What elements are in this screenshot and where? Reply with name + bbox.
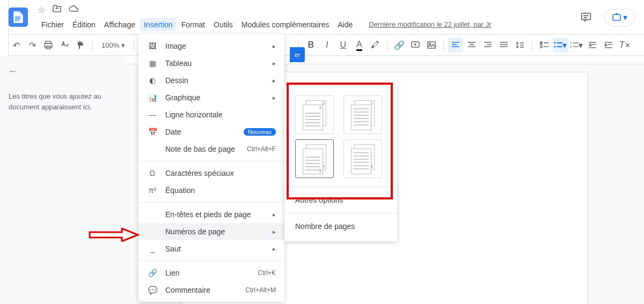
menu-item-image[interactable]: 🖼Image▸ bbox=[138, 38, 284, 55]
menu-item-break[interactable]: ⎯Saut▸ bbox=[138, 240, 284, 257]
menu-item-drawing[interactable]: ◐Dessin▸ bbox=[138, 72, 284, 89]
menu-edit[interactable]: Édition bbox=[69, 18, 99, 31]
svg-rect-28 bbox=[557, 42, 562, 43]
highlight-button[interactable]: 🖍 bbox=[368, 38, 383, 53]
svg-rect-2 bbox=[15, 20, 19, 21]
svg-text:1: 1 bbox=[570, 41, 572, 45]
bullet-list-button[interactable]: ▾ bbox=[553, 38, 568, 53]
svg-rect-26 bbox=[540, 46, 542, 48]
align-right-button[interactable] bbox=[480, 38, 495, 53]
line-spacing-button[interactable] bbox=[513, 38, 528, 53]
outline-hint-text: Les titres que vous ajoutez au document … bbox=[9, 91, 116, 112]
table-icon: ▦ bbox=[147, 59, 158, 68]
underline-button[interactable]: U bbox=[335, 38, 350, 53]
menu-view[interactable]: Affichage bbox=[100, 18, 139, 31]
svg-rect-11 bbox=[428, 42, 435, 48]
add-comment-button[interactable] bbox=[408, 38, 423, 53]
calendar-icon: 📅 bbox=[147, 128, 158, 136]
page-numbers-submenu: 21 1 21 1 Autres options Nombre de pages bbox=[284, 85, 397, 241]
menu-item-special-chars[interactable]: ΩCaractères spéciaux bbox=[138, 165, 284, 182]
toolbar: ↶ ↷ 100% ▾ B I U A 🖍 🔗 ▾ 12 ▾ T✕ bbox=[0, 34, 644, 56]
pagenum-opt-header-skip[interactable]: 1 bbox=[343, 95, 382, 134]
last-modified-link[interactable]: Dernière modification le 22 juillet, par… bbox=[365, 18, 495, 31]
menu-format[interactable]: Format bbox=[178, 18, 209, 31]
move-icon[interactable] bbox=[53, 5, 61, 15]
redo-button[interactable]: ↷ bbox=[25, 38, 40, 53]
align-justify-button[interactable] bbox=[496, 38, 511, 53]
menu-item-page-numbers[interactable]: Numéros de page▸ bbox=[138, 223, 284, 240]
italic-button[interactable]: I bbox=[319, 38, 334, 53]
present-button[interactable]: ▾ bbox=[604, 9, 635, 26]
menu-item-footnote[interactable]: Note de bas de pageCtrl+Alt+F bbox=[138, 140, 284, 158]
svg-point-29 bbox=[554, 46, 556, 48]
increase-indent-button[interactable] bbox=[601, 38, 616, 53]
clear-format-button[interactable]: T✕ bbox=[617, 38, 632, 53]
align-left-button[interactable] bbox=[448, 38, 463, 53]
menu-addons[interactable]: Modules complémentaires bbox=[238, 18, 333, 31]
image-icon: 🖼 bbox=[147, 42, 158, 50]
outline-sidebar: ← Les titres que vous ajoutez au documen… bbox=[0, 56, 125, 304]
menu-tools[interactable]: Outils bbox=[210, 18, 237, 31]
menu-item-comment[interactable]: 💬CommentaireCtrl+Alt+M bbox=[138, 281, 284, 299]
submenu-page-count[interactable]: Nombre de pages bbox=[284, 217, 397, 236]
svg-text:2: 2 bbox=[570, 45, 572, 48]
insert-image-button[interactable] bbox=[424, 38, 439, 53]
svg-rect-1 bbox=[15, 18, 20, 19]
checklist-button[interactable] bbox=[537, 38, 552, 53]
format-ghost: er bbox=[290, 47, 305, 62]
submenu-other-options[interactable]: Autres options bbox=[284, 190, 397, 210]
svg-rect-3 bbox=[582, 13, 591, 20]
svg-rect-6 bbox=[613, 14, 620, 20]
pagenum-opt-header-all[interactable]: 21 bbox=[295, 95, 334, 134]
insert-menu-dropdown: 🖼Image▸ ▦Tableau▸ ◐Dessin▸ 📊Graphique▸ ―… bbox=[138, 34, 284, 302]
bold-button[interactable]: B bbox=[303, 38, 318, 53]
insert-link-button[interactable]: 🔗 bbox=[392, 38, 407, 53]
decrease-indent-button[interactable] bbox=[585, 38, 600, 53]
menu-item-link[interactable]: 🔗LienCtrl+K bbox=[138, 264, 284, 281]
menu-item-date[interactable]: 📅DateNouveau bbox=[138, 123, 284, 140]
break-icon: ⎯ bbox=[147, 244, 158, 253]
menu-help[interactable]: Aide bbox=[334, 18, 356, 31]
pagenum-opt-footer-all[interactable]: 21 bbox=[295, 139, 334, 178]
star-icon[interactable]: ☆ bbox=[38, 5, 45, 15]
undo-button[interactable]: ↶ bbox=[9, 38, 24, 53]
menu-item-equation[interactable]: π²Équation bbox=[138, 182, 284, 199]
back-arrow-icon[interactable]: ← bbox=[9, 66, 116, 76]
hr-icon: ― bbox=[147, 110, 158, 119]
menu-file[interactable]: Fichier bbox=[38, 18, 68, 31]
chart-icon: 📊 bbox=[147, 93, 158, 102]
menu-insert[interactable]: Insertion bbox=[140, 18, 177, 31]
svg-rect-0 bbox=[15, 17, 20, 18]
zoom-select[interactable]: 100% ▾ bbox=[97, 41, 129, 49]
svg-point-27 bbox=[554, 42, 556, 44]
paint-format-button[interactable] bbox=[73, 38, 88, 53]
pi-icon: π² bbox=[147, 186, 158, 195]
text-color-button[interactable]: A bbox=[352, 38, 367, 53]
menu-item-table[interactable]: ▦Tableau▸ bbox=[138, 55, 284, 72]
link-icon: 🔗 bbox=[147, 269, 158, 277]
omega-icon: Ω bbox=[147, 169, 158, 177]
svg-rect-30 bbox=[557, 46, 562, 47]
comment-history-icon[interactable] bbox=[576, 8, 596, 27]
print-button[interactable] bbox=[41, 38, 56, 53]
comment-icon: 💬 bbox=[147, 286, 158, 294]
spellcheck-button[interactable] bbox=[57, 38, 72, 53]
menu-item-chart[interactable]: 📊Graphique▸ bbox=[138, 89, 284, 106]
drawing-icon: ◐ bbox=[147, 76, 158, 85]
numbered-list-button[interactable]: 12 ▾ bbox=[569, 38, 584, 53]
svg-rect-8 bbox=[45, 43, 52, 47]
cloud-status-icon[interactable] bbox=[69, 5, 78, 15]
pagenum-opt-footer-skip[interactable]: 1 bbox=[343, 139, 382, 178]
align-center-button[interactable] bbox=[464, 38, 479, 53]
menu-item-hr[interactable]: ―Ligne horizontale bbox=[138, 106, 284, 123]
menu-item-headers[interactable]: En-têtes et pieds de page▸ bbox=[138, 206, 284, 223]
docs-logo[interactable] bbox=[9, 8, 28, 27]
